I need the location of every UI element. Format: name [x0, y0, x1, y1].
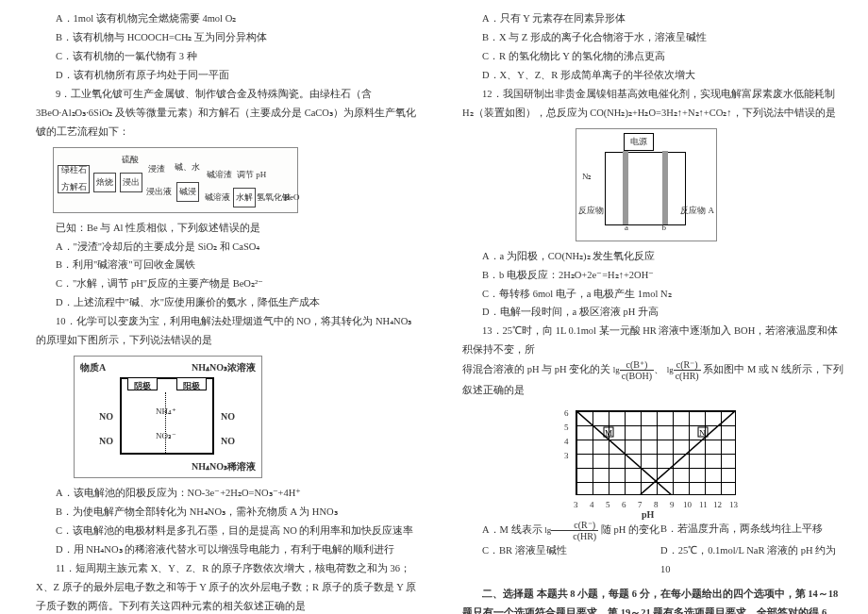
fr1b: c(BOH) [620, 371, 654, 381]
q11-opt-a: A．只有 Y 元素存在同素异形体 [462, 9, 843, 28]
q10-opt-a: A．该电解池的阳极反应为：NO-3e⁻+2H₂O=NO₃⁻+4H⁺ [36, 484, 417, 503]
svg-line-0 [576, 410, 672, 495]
ph-chart: M N 6 5 4 3 3 4 5 6 7 8 9 10 11 12 13 pH [557, 406, 745, 514]
fr1t: c(B⁺) [620, 359, 654, 371]
diag1-j: 碱溶渣 [207, 167, 232, 183]
q8-opt-c: C．该有机物的一氯代物有 3 种 [36, 47, 417, 66]
q12-stem: 12．我国研制出非贵金属镍钼基高效电催化剂，实现电解富尿素废水低能耗制 H₂（装… [462, 85, 843, 123]
q13-stem-b-line: 得混合溶液的 pH 与 pH 变化的关 lgc(B⁺)c(BOH)、 lgc(R… [462, 359, 843, 400]
section-2-heading: 二、选择题 本题共 8 小题，每题 6 分，在每小题给出的四个选项中，第 14～… [462, 585, 843, 614]
diag1-k: 碱溶液 [205, 190, 230, 206]
diag1-m: 水解 [233, 188, 256, 207]
q10-opt-d: D．用 NH₄NO₃ 的稀溶液代替水可以增强导电能力，有利于电解的顺利进行 [36, 540, 417, 559]
process-flow-diagram: 绿柱石 方解石 焙烧 浸出 硫酸 浸渣 浸出液 碱浸 碱、水 碱溶渣 碱溶液 调… [53, 147, 298, 213]
q13-opt-a: A．M 线表示 lgc(R⁻)c(HR) 随 pH 的变化 [462, 520, 660, 541]
fr2t: c(R⁻) [674, 359, 701, 371]
d3-ele: 电源 [624, 133, 654, 151]
d2-mat: 物质A [80, 358, 106, 376]
q9-pre: 已知：Be 与 Al 性质相似，下列叙述错误的是 [36, 219, 417, 238]
q13-opt-b: B．若温度升高，两条线均往上平移 [660, 520, 843, 541]
left-column: A．1mol 该有机物完全燃烧需要 4mol O₂ B．该有机物与 HCOOCH… [0, 0, 434, 614]
electrolysis-diagram: NH₄NO₃浓溶液 NH₄NO₃稀溶液 物质A 阴极 阳极 NH₄⁺ NO₃⁻ … [74, 356, 262, 478]
q10-opt-b: B．为使电解产物全部转化为 NH₄NO₃，需补充物质 A 为 HNO₃ [36, 503, 417, 522]
q12-opt-a: A．a 为阳极，CO(NH₂)₂ 发生氧化反应 [462, 247, 843, 266]
chart-label-m: M [605, 428, 612, 438]
diag1-h: 碱浸 [176, 182, 199, 202]
d2-nh4: NH₄⁺ [156, 404, 176, 420]
d2-no-r1: NO [221, 407, 235, 425]
q10-stem: 10．化学可以变废为宝，利用电解法处理烟道气中的 NO，将其转化为 NH₄NO₃… [36, 312, 417, 350]
diag1-e: 硫酸 [122, 152, 139, 168]
d2-an: 阳极 [176, 377, 207, 390]
q13-opt-c: C．BR 溶液呈碱性 [462, 541, 660, 579]
q8-opt-b: B．该有机物与 HCOOCH=CH₂ 互为同分异构体 [36, 28, 417, 47]
diag1-f: 浸渣 [148, 161, 165, 177]
q9-opt-a: A．"浸渣"冷却后的主要成分是 SiO₂ 和 CaSO₄ [36, 238, 417, 257]
d2-no-l2: NO [99, 432, 113, 450]
q8-opt-d: D．该有机物所有原子均处于同一平面 [36, 66, 417, 85]
d3-b: b [662, 220, 667, 236]
q13-stem-a: 13．25℃时，向 1L 0.1mol 某一元酸 HR 溶液中逐渐加入 BOH，… [462, 322, 843, 359]
chart-xlabel: pH [642, 506, 654, 523]
q9-opt-d: D．上述流程中"碱、水"应使用廉价的氨水，降低生产成本 [36, 293, 417, 312]
d3-rx: 反应物 A [680, 203, 714, 219]
fr2b: c(HR) [674, 371, 701, 381]
q9-opt-c: C．"水解，调节 pH"反应的主要产物是 BeO₂²⁻ [36, 274, 417, 293]
diag1-a: 绿柱石 [61, 162, 87, 178]
q11-opt-b: B．X 与 Z 形成的离子化合物溶于水，溶液呈碱性 [462, 28, 843, 47]
q13-stem-b: 得混合溶液的 pH 与 pH 变化的关 [462, 364, 610, 374]
d2-ca: 阴极 [127, 377, 158, 390]
svg-line-1 [640, 410, 736, 495]
q12-opt-b: B．b 电极反应：2H₂O+2e⁻=H₂↑+2OH⁻ [462, 266, 843, 285]
d3-n2: N₂ [582, 169, 593, 185]
diag1-g: 浸出液 [146, 184, 172, 200]
d2-bot: NH₄NO₃稀溶液 [192, 457, 256, 475]
urea-electrolysis-diagram: 电源 a b N₂ 反应物 反应物 A [576, 128, 717, 241]
q12-opt-d: D．电解一段时间，a 极区溶液 pH 升高 [462, 303, 843, 322]
diag1-c: 焙烧 [93, 173, 116, 192]
chart-lines: M N [576, 410, 736, 495]
d2-top: NH₄NO₃浓溶液 [192, 358, 256, 376]
diag1-b: 方解石 [61, 179, 87, 195]
d2-no-r2: NO [221, 432, 235, 450]
diag1-l: 调节 pH [237, 167, 266, 183]
q12-opt-c: C．每转移 6mol 电子，a 电极产生 1mol N₂ [462, 285, 843, 304]
q13-opt-d: D．25℃，0.1mol/L NaR 溶液的 pH 约为 10 [660, 541, 843, 579]
d2-no-l1: NO [99, 407, 113, 425]
right-column: A．只有 Y 元素存在同素异形体 B．X 与 Z 形成的离子化合物溶于水，溶液呈… [434, 0, 868, 614]
q10-opt-c: C．该电解池的电极材料是多孔石墨，目的是提高 NO 的利用率和加快反应速率 [36, 522, 417, 540]
q11-opt-c: C．R 的氢化物比 Y 的氢化物的沸点更高 [462, 47, 843, 66]
q8-opt-a: A．1mol 该有机物完全燃烧需要 4mol O₂ [36, 9, 417, 28]
diag1-d: 浸出 [120, 173, 142, 192]
q11-stem: 11．短周期主族元素 X、Y、Z、R 的原子序数依次增大，核电荷数之和为 36；… [36, 559, 417, 614]
q9-stem: 9．工业氧化铍可生产金属铍、制作铍合金及特殊陶瓷。由绿柱石（含 3BeO·Al₂… [36, 85, 417, 141]
q11-opt-d: D．X、Y、Z、R 形成简单离子的半径依次增大 [462, 66, 843, 85]
q9-opt-b: B．利用"碱溶液"可回收金属铁 [36, 256, 417, 274]
chart-label-n: N [699, 428, 706, 438]
d3-a: a [625, 220, 628, 236]
d2-no3: NO₃⁻ [156, 428, 176, 444]
diag1-i: 碱、水 [175, 159, 200, 175]
diag1-o: BeO [284, 190, 300, 206]
